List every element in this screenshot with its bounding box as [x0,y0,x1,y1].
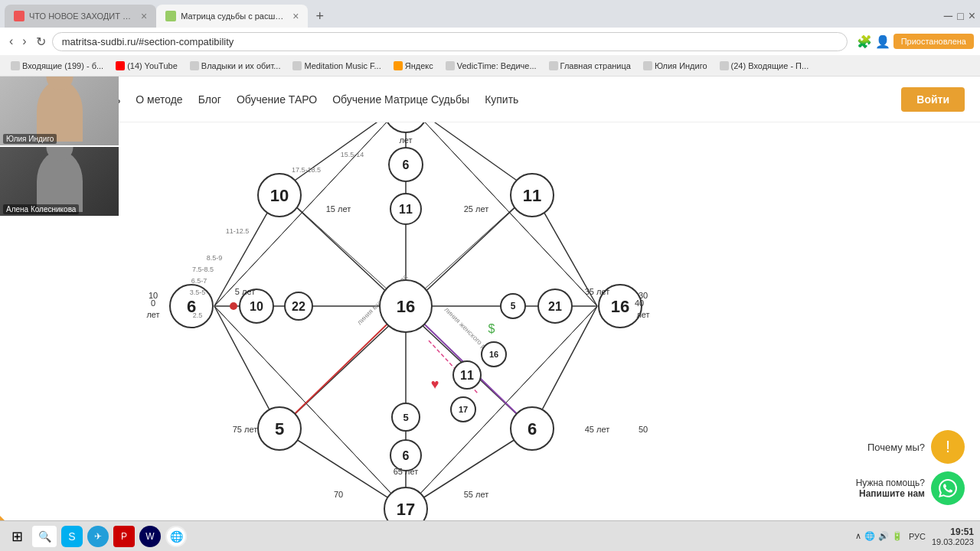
bookmark-9[interactable]: (24) Входящие - П... [715,60,814,72]
video-box-1: Юлия Индиго [0,77,119,145]
bookmark-youtube[interactable]: (14) YouTube [111,60,182,72]
tab-1[interactable]: ЧТО НОВОЕ ЗАХОДИТ В МОК... × [5,5,156,28]
bookmark-icon-8 [643,61,652,70]
lang-label: РУС [909,532,926,541]
video-box-2: Алена Колесникова [0,147,119,216]
chrome-icon[interactable]: 🌐 [165,526,187,547]
bookmark-icon-3 [190,61,199,70]
suspended-button[interactable]: Приостановлена [893,34,974,49]
login-button[interactable]: Войти [901,87,965,112]
tab-2[interactable]: Матрица судьбы с расшифро... × [156,5,308,28]
num-bottom-left: 5 [275,419,284,439]
bookmark-6[interactable]: VedicTime: Ведиче... [441,60,541,72]
skype-icon[interactable]: S [61,526,83,547]
close-btn[interactable]: × [969,9,975,23]
window-controls: ─ □ × [944,9,975,23]
age-label-15: 15 лет [326,204,351,214]
extensions-icon[interactable]: 🧩 [857,34,872,49]
small-num-3: 17.5-18.5 [292,166,321,174]
bookmark-5[interactable]: Яндекс [389,60,438,72]
why-us-button[interactable]: ! [931,430,965,464]
tray-icons: ∧ 🌐 🔊 🔋 [855,531,903,541]
num-small-16: 16 [489,350,498,359]
tray-up-arrow[interactable]: ∧ [855,531,861,541]
num-top-right: 11 [523,186,541,205]
small-num-6: 8.5-9 [207,254,223,262]
whatsapp-button[interactable] [931,471,965,505]
bookmark-label-7: Главная страница [560,61,631,70]
search-taskbar-icon[interactable]: 🔍 [32,526,57,547]
small-num-5: 11-12.5 [226,227,250,235]
bookmark-label-6: VedicTime: Ведиче... [457,61,537,70]
tray-date-value: 19.03.2023 [932,537,974,546]
small-num-8: 6.5-7 [191,277,207,285]
profile-icon[interactable]: 👤 [875,34,890,49]
age-label-30: 30 [639,291,648,300]
back-button[interactable]: ‹ [6,34,16,48]
system-tray: ∧ 🌐 🔊 🔋 РУС 19:51 19.03.2023 [855,527,974,546]
bookmark-8[interactable]: Юлия Индиго [639,60,712,72]
num-inner-bottom: 6 [403,449,410,462]
telegram-icon[interactable]: ✈ [87,526,109,547]
svg-line-16 [406,102,597,306]
chat-widget: Почему мы? ! Нужна помощь? Напишите нам [856,430,965,505]
reload-button[interactable]: ↻ [33,34,49,49]
nav-buy[interactable]: Купить [485,93,518,106]
bookmark-icon-7 [549,61,558,70]
nav-o-metode[interactable]: О методе [136,93,182,106]
small-num-9: 3.5-5 [190,289,206,296]
bookmark-3[interactable]: Владыки и их обит... [185,60,286,72]
bookmark-7[interactable]: Главная страница [544,60,635,72]
nav-blog[interactable]: Блог [198,93,221,106]
app-icon-blue[interactable]: W [139,526,161,547]
maximize-btn[interactable]: □ [957,10,963,22]
tray-time-value: 19:51 [932,527,974,537]
volume-icon: 🔊 [878,531,889,541]
nav-taro[interactable]: Обучение ТАРО [237,93,317,106]
network-icon: 🌐 [864,531,875,541]
whatsapp-icon [939,479,957,497]
help-line2: Напишите нам [856,488,925,499]
num-left-mid: 10 [250,300,263,313]
video-label-2: Алена Колесникова [3,204,79,214]
age-label-35: 35 лет [585,287,610,296]
why-us-widget: Почему мы? ! [867,430,965,464]
age-label-65: 65 лет [394,467,419,476]
tab2-close[interactable]: × [292,10,299,22]
tab1-favicon [14,11,24,21]
small-num-7: 7.5-8.5 [192,266,214,273]
age-label-top: лет [399,135,412,145]
num-inner-top: 6 [403,158,410,171]
currency-symbol: $ [488,322,495,335]
bookmark-icon-2 [116,61,125,70]
num-bottom: 17 [397,500,415,519]
svg-line-19 [214,102,406,306]
forward-button[interactable]: › [19,34,29,48]
bookmark-label-1: Входящие (199) - б... [22,61,103,70]
bookmark-label-2: (14) YouTube [127,61,178,70]
page-content: 🏠 Совместность О методе Блог Обучение ТА… [0,77,980,551]
bookmarks-bar: Входящие (199) - б... (14) YouTube Влады… [0,55,980,77]
browser-actions: 🧩 👤 Приостановлена [857,34,974,49]
why-us-text: Почему мы? [867,442,925,453]
bookmark-label-4: Meditation Music F... [304,61,381,70]
age-label-5: 5 лет [235,287,255,296]
video-overlay: Юлия Индиго Алена Колесникова [0,77,122,216]
minimize-btn[interactable]: ─ [944,9,952,23]
taskbar-icons: ⊞ 🔍 S ✈ P W 🌐 [6,526,187,547]
bookmark-icon-9 [720,61,729,70]
url-box[interactable]: matritsa-sudbi.ru/#section-compatibility [52,32,848,51]
num-right-mid: 21 [548,300,562,313]
address-bar: ‹ › ↻ matritsa-sudbi.ru/#section-compati… [0,28,980,55]
new-tab-button[interactable]: + [311,8,328,24]
num-bottom-right: 6 [528,419,537,439]
tab1-close[interactable]: × [141,10,147,22]
age-label-75: 75 лет [233,425,258,434]
bookmark-inbox[interactable]: Входящие (199) - б... [6,60,108,72]
nav-matrix[interactable]: Обучение Матрице Судьбы [332,93,469,106]
url-text: matritsa-sudbi.ru/#section-compatibility [62,36,234,47]
bookmark-4[interactable]: Meditation Music F... [288,60,385,72]
app-icon-red[interactable]: P [113,526,135,547]
windows-icon[interactable]: ⊞ [6,526,28,547]
tab2-title: Матрица судьбы с расшифро... [181,11,288,21]
